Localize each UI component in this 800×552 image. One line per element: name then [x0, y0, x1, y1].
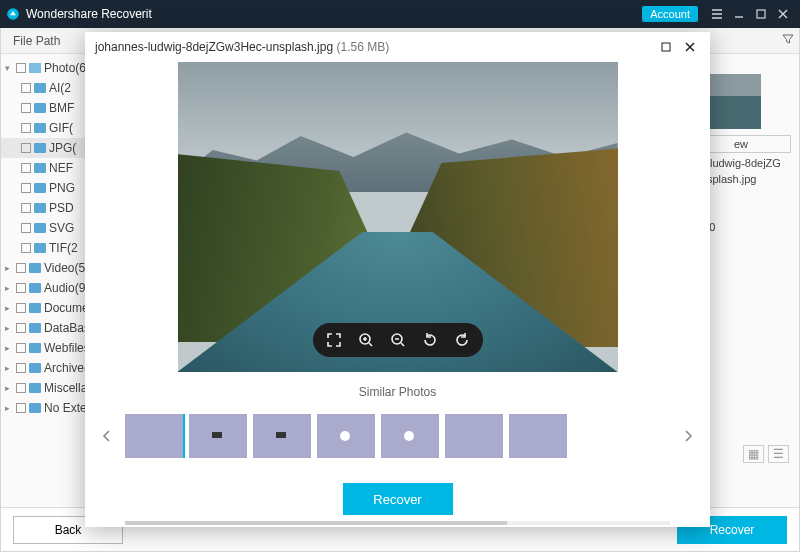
- file-path-tab[interactable]: File Path: [1, 34, 72, 48]
- sidebar-tree[interactable]: ▾ Photo(6 AI(2BMFGIF(JPG(NEFPNGPSDSVGTIF…: [1, 54, 96, 507]
- rotate-right-icon[interactable]: [453, 331, 471, 349]
- preview-dialog: johannes-ludwig-8dejZGw3Hec-unsplash.jpg…: [85, 32, 710, 527]
- account-button[interactable]: Account: [642, 6, 698, 22]
- carousel-next-icon[interactable]: [680, 429, 696, 443]
- thumbnail[interactable]: [509, 414, 567, 458]
- dialog-maximize-button[interactable]: [656, 37, 676, 57]
- checkbox[interactable]: [21, 103, 31, 113]
- folder-icon: [34, 243, 46, 253]
- checkbox[interactable]: [16, 283, 26, 293]
- tree-label: SVG: [49, 221, 74, 235]
- tree-label: NEF: [49, 161, 73, 175]
- tree-label: JPG(: [49, 141, 76, 155]
- checkbox[interactable]: [16, 303, 26, 313]
- checkbox[interactable]: [21, 183, 31, 193]
- checkbox[interactable]: [21, 163, 31, 173]
- thumbnail[interactable]: [445, 414, 503, 458]
- tree-item[interactable]: JPG(: [1, 138, 95, 158]
- tree-item[interactable]: NEF: [1, 158, 95, 178]
- folder-icon: [34, 123, 46, 133]
- thumbnail[interactable]: [381, 414, 439, 458]
- folder-icon: [34, 203, 46, 213]
- folder-icon: [29, 343, 41, 353]
- tree-item[interactable]: SVG: [1, 218, 95, 238]
- caret-right-icon: ▸: [5, 323, 13, 333]
- tree-label: No Exte: [44, 401, 87, 415]
- dialog-header: johannes-ludwig-8dejZGw3Hec-unsplash.jpg…: [85, 32, 710, 62]
- checkbox[interactable]: [16, 323, 26, 333]
- dialog-close-button[interactable]: [680, 37, 700, 57]
- thumbnail-carousel: [85, 401, 710, 471]
- checkbox[interactable]: [21, 243, 31, 253]
- checkbox[interactable]: [21, 203, 31, 213]
- tree-item[interactable]: AI(2: [1, 78, 95, 98]
- checkbox[interactable]: [21, 143, 31, 153]
- checkbox[interactable]: [21, 123, 31, 133]
- tree-label: Webfiles: [44, 341, 90, 355]
- rotate-left-icon[interactable]: [421, 331, 439, 349]
- list-view-icon[interactable]: ☰: [768, 445, 789, 463]
- similar-photos-label: Similar Photos: [85, 381, 710, 401]
- caret-right-icon: ▸: [5, 263, 13, 273]
- folder-icon: [29, 303, 41, 313]
- tree-item[interactable]: TIF(2: [1, 238, 95, 258]
- filesize-text: (1.56 MB): [336, 40, 389, 54]
- checkbox[interactable]: [16, 383, 26, 393]
- tree-label: PSD: [49, 201, 74, 215]
- tree-label: Archive(: [44, 361, 88, 375]
- tree-item[interactable]: ▸No Exte: [1, 398, 95, 418]
- tree-item[interactable]: GIF(: [1, 118, 95, 138]
- checkbox[interactable]: [21, 223, 31, 233]
- menu-button[interactable]: [706, 3, 728, 25]
- caret-right-icon: ▸: [5, 343, 13, 353]
- checkbox[interactable]: [16, 403, 26, 413]
- tree-item[interactable]: PSD: [1, 198, 95, 218]
- svg-rect-2: [662, 43, 670, 51]
- tree-label: GIF(: [49, 121, 73, 135]
- tree-label: PNG: [49, 181, 75, 195]
- thumbnail[interactable]: [317, 414, 375, 458]
- thumbnail[interactable]: [253, 414, 311, 458]
- tree-item[interactable]: PNG: [1, 178, 95, 198]
- thumbnail-strip[interactable]: [125, 414, 670, 458]
- thumbnail[interactable]: [125, 414, 183, 458]
- carousel-prev-icon[interactable]: [99, 429, 115, 443]
- tree-label: TIF(2: [49, 241, 78, 255]
- maximize-button[interactable]: [750, 3, 772, 25]
- tree-item[interactable]: ▸Video(53: [1, 258, 95, 278]
- tree-item[interactable]: ▸Audio(9: [1, 278, 95, 298]
- folder-icon: [29, 363, 41, 373]
- carousel-scrollbar[interactable]: [125, 521, 670, 525]
- checkbox[interactable]: [16, 63, 26, 73]
- folder-icon: [34, 183, 46, 193]
- checkbox[interactable]: [16, 343, 26, 353]
- folder-icon: [34, 83, 46, 93]
- view-mode-toggle[interactable]: ▦ ☰: [743, 445, 789, 463]
- zoom-out-icon[interactable]: [389, 331, 407, 349]
- tree-item[interactable]: BMF: [1, 98, 95, 118]
- zoom-in-icon[interactable]: [357, 331, 375, 349]
- tree-item[interactable]: ▸Docume: [1, 298, 95, 318]
- tree-item[interactable]: ▸DataBas: [1, 318, 95, 338]
- grid-view-icon[interactable]: ▦: [743, 445, 764, 463]
- folder-icon: [34, 103, 46, 113]
- minimize-button[interactable]: [728, 3, 750, 25]
- folder-icon: [34, 223, 46, 233]
- tree-root-photo[interactable]: ▾ Photo(6: [1, 58, 95, 78]
- checkbox[interactable]: [16, 263, 26, 273]
- tree-label: Photo(6: [44, 61, 86, 75]
- thumbnail[interactable]: [189, 414, 247, 458]
- checkbox[interactable]: [21, 83, 31, 93]
- close-button[interactable]: [772, 3, 794, 25]
- checkbox[interactable]: [16, 363, 26, 373]
- tree-label: Docume: [44, 301, 89, 315]
- tree-item[interactable]: ▸Archive(: [1, 358, 95, 378]
- svg-rect-1: [757, 10, 765, 18]
- filter-icon[interactable]: [777, 33, 799, 48]
- fit-screen-icon[interactable]: [325, 331, 343, 349]
- dialog-recover-button[interactable]: Recover: [343, 483, 453, 515]
- tree-item[interactable]: ▸Webfiles: [1, 338, 95, 358]
- tree-label: Audio(9: [44, 281, 85, 295]
- tree-item[interactable]: ▸Miscella: [1, 378, 95, 398]
- tree-label: AI(2: [49, 81, 71, 95]
